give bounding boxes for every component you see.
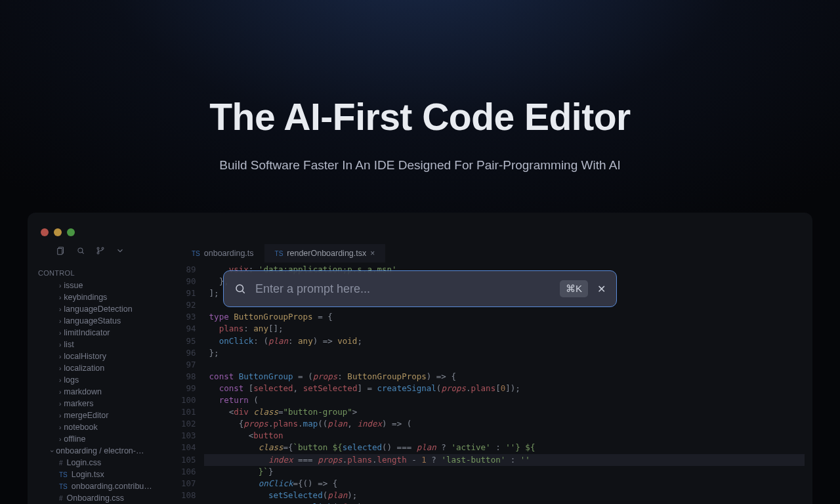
close-dot-icon[interactable] xyxy=(41,228,49,236)
item-label: languageDetection xyxy=(64,304,132,314)
min-dot-icon[interactable] xyxy=(54,228,62,236)
shortcut-badge: ⌘K xyxy=(560,280,588,297)
svg-point-0 xyxy=(236,285,243,292)
chevron-icon: › xyxy=(59,329,61,337)
folder-item[interactable]: ›keybindings xyxy=(37,291,175,303)
item-label: keybindings xyxy=(64,293,107,302)
folder-item[interactable]: ›list xyxy=(37,339,175,350)
item-label: localHistory xyxy=(64,352,106,361)
editor-tabs: TSonboarding.tsTSrenderOnboarding.tsx× xyxy=(181,244,385,262)
editor-tab[interactable]: TSrenderOnboarding.tsx× xyxy=(264,244,386,262)
chevron-icon: › xyxy=(59,294,61,301)
search-icon[interactable] xyxy=(76,246,85,257)
chevron-icon: › xyxy=(59,436,61,443)
window-traffic-lights xyxy=(41,228,75,236)
item-label: limitIndicator xyxy=(64,328,110,337)
editor-tab[interactable]: TSonboarding.ts xyxy=(181,244,264,262)
hero-subtitle: Build Software Faster In An IDE Designed… xyxy=(0,158,840,173)
folder-item[interactable]: ›offline xyxy=(37,433,175,445)
file-item[interactable]: #Login.css xyxy=(37,457,175,469)
ts-file-icon: TS xyxy=(275,250,284,257)
prompt-bar[interactable]: ⌘K ✕ xyxy=(223,270,617,307)
ts-file-icon: TS xyxy=(192,250,200,257)
svg-point-8 xyxy=(102,247,104,249)
item-label: Onboarding.css xyxy=(67,494,125,503)
chevron-icon: › xyxy=(59,424,61,431)
branch-icon[interactable] xyxy=(96,246,105,257)
svg-point-4 xyxy=(78,248,83,253)
chevron-icon: › xyxy=(59,341,61,348)
item-label: onboarding.contribu… xyxy=(72,482,152,491)
folder-item[interactable]: ›notebook xyxy=(37,421,175,433)
folder-item[interactable]: ›languageDetection xyxy=(37,303,175,315)
folder-item[interactable]: ›logs xyxy=(37,374,175,386)
item-label: markers xyxy=(64,399,93,408)
file-item[interactable]: #Onboarding.css xyxy=(37,492,175,504)
css-file-icon: # xyxy=(59,459,63,467)
item-label: logs xyxy=(64,375,79,385)
chevron-icon: › xyxy=(59,365,61,372)
chevron-icon: › xyxy=(59,412,61,419)
search-icon xyxy=(234,283,246,295)
item-label: mergeEditor xyxy=(64,411,108,420)
ts-file-icon: TS xyxy=(59,471,68,478)
folder-item[interactable]: ›markdown xyxy=(37,386,175,398)
item-label: Login.css xyxy=(67,458,102,467)
item-label: languageStatus xyxy=(64,316,121,326)
chevron-icon: › xyxy=(49,450,56,452)
line-gutter: 8990919293949596979899100101102103104105… xyxy=(181,264,204,504)
chevron-down-icon[interactable] xyxy=(116,246,125,257)
folder-item[interactable]: ›localization xyxy=(37,362,175,374)
item-label: Login.tsx xyxy=(72,470,104,479)
folder-item[interactable]: ›onboarding / electron-… xyxy=(37,445,175,457)
editor-window: CONTROL ›issue›keybindings›languageDetec… xyxy=(28,213,812,504)
file-explorer: CONTROL ›issue›keybindings›languageDetec… xyxy=(37,242,175,504)
item-label: offline xyxy=(64,434,85,444)
ts-file-icon: TS xyxy=(59,483,68,490)
svg-line-5 xyxy=(82,252,84,254)
svg-point-6 xyxy=(97,247,99,249)
sidebar-section-title: CONTROL xyxy=(37,264,175,280)
item-label: notebook xyxy=(64,423,97,432)
close-icon[interactable]: ✕ xyxy=(597,283,606,295)
css-file-icon: # xyxy=(59,495,63,502)
chevron-icon: › xyxy=(59,388,61,396)
chevron-icon: › xyxy=(59,353,61,360)
folder-item[interactable]: ›markers xyxy=(37,398,175,410)
file-item[interactable]: TSonboarding.contribu… xyxy=(37,480,175,492)
chevron-icon: › xyxy=(59,282,61,289)
hero-title: The AI-First Code Editor xyxy=(0,95,840,138)
folder-item[interactable]: ›localHistory xyxy=(37,350,175,362)
folder-item[interactable]: ›limitIndicator xyxy=(37,327,175,339)
folder-item[interactable]: ›issue xyxy=(37,280,175,291)
item-label: localization xyxy=(64,364,104,373)
svg-rect-3 xyxy=(58,249,62,255)
chevron-icon: › xyxy=(59,377,61,384)
item-label: onboarding / electron-… xyxy=(56,446,144,455)
files-icon[interactable] xyxy=(56,246,66,257)
svg-line-1 xyxy=(242,291,244,293)
tab-label: onboarding.ts xyxy=(204,249,254,258)
item-label: issue xyxy=(64,281,83,290)
chevron-icon: › xyxy=(59,318,61,325)
max-dot-icon[interactable] xyxy=(67,228,75,236)
folder-item[interactable]: ›mergeEditor xyxy=(37,410,175,421)
file-item[interactable]: TSLogin.tsx xyxy=(37,469,175,480)
item-label: list xyxy=(64,340,74,349)
svg-point-7 xyxy=(97,252,99,254)
tab-label: renderOnboarding.tsx xyxy=(287,249,366,258)
prompt-input[interactable] xyxy=(255,282,551,296)
folder-item[interactable]: ›languageStatus xyxy=(37,315,175,327)
close-icon[interactable]: × xyxy=(370,249,375,258)
item-label: markdown xyxy=(64,387,102,396)
chevron-icon: › xyxy=(59,306,61,313)
chevron-icon: › xyxy=(59,400,61,408)
